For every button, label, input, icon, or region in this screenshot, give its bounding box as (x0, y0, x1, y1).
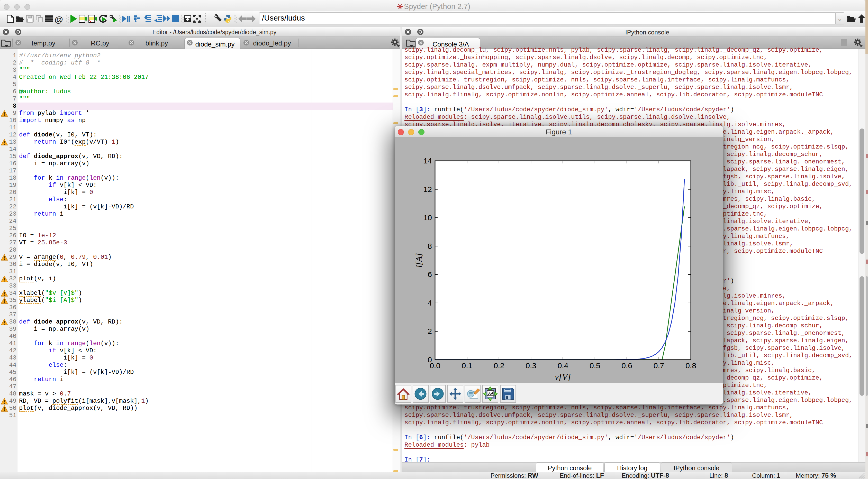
svg-text:10: 10 (424, 213, 432, 222)
svg-text:8: 8 (428, 242, 432, 250)
svg-text:0.1: 0.1 (462, 361, 472, 370)
svg-text:6: 6 (428, 270, 432, 279)
svg-text:v[V]: v[V] (555, 372, 571, 382)
svg-text:0: 0 (428, 355, 432, 364)
svg-text:0.2: 0.2 (494, 361, 504, 370)
svg-text:0.7: 0.7 (654, 361, 664, 370)
svg-text:14: 14 (424, 157, 432, 165)
svg-text:0.6: 0.6 (621, 361, 632, 370)
svg-text:4: 4 (428, 298, 432, 307)
svg-text:0.4: 0.4 (558, 361, 568, 370)
svg-text:0.8: 0.8 (685, 361, 696, 370)
svg-text:12: 12 (424, 185, 432, 193)
svg-text:0.3: 0.3 (526, 361, 536, 370)
svg-text:2: 2 (428, 327, 432, 336)
svg-text:i[A]: i[A] (414, 253, 424, 268)
svg-text:0.5: 0.5 (590, 361, 600, 370)
